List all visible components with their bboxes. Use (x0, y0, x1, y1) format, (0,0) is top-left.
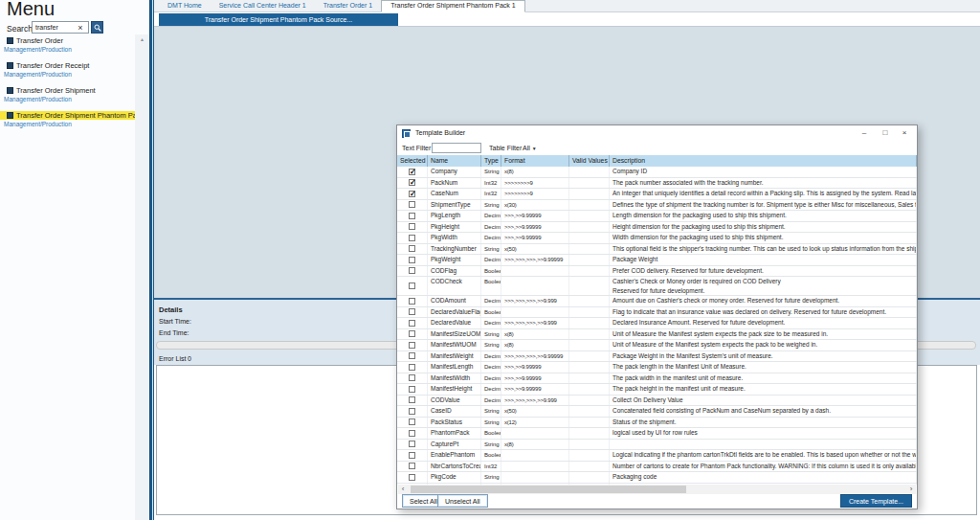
table-row[interactable]: ManifestSizeUOMStringx(8)Unit of Measure… (397, 329, 917, 341)
checkbox-unchecked-icon[interactable] (409, 396, 415, 403)
table-row[interactable]: PkgWeightDecimal>>>,>>>,>>>,>>9.99999Pac… (397, 255, 917, 266)
column-header-selected[interactable]: Selected (397, 155, 428, 167)
format-cell: >>>,>>>,>>>,>>9.999 (501, 296, 569, 306)
table-row[interactable]: ManifestWtUOMStringx(8)Unit of Measure o… (397, 340, 917, 351)
checkbox-unchecked-icon[interactable] (409, 223, 415, 230)
table-row[interactable]: ManifestLengthDecimal>>>,>>9.99999The pa… (397, 362, 917, 373)
clear-search-icon[interactable]: × (75, 23, 86, 33)
menu-item-category: Management/Production (0, 121, 135, 127)
table-row[interactable]: CODFlagBooleanPrefer COD delivery. Reser… (397, 266, 917, 278)
subtab-source-button[interactable]: Transfer Order Shipment Phantom Pack Sou… (159, 13, 398, 26)
search-input[interactable] (33, 24, 75, 31)
menu-item-row: Transfer Order Shipment (0, 86, 135, 95)
table-row[interactable]: CaseIDStringx(50)Concatenated field cons… (397, 406, 917, 418)
checkbox-checked-icon[interactable]: ✓ (409, 169, 415, 175)
checkbox-unchecked-icon[interactable] (409, 308, 415, 315)
table-row[interactable]: PkgLengthDecimal>>>,>>9.99999Length dime… (397, 211, 917, 222)
checkbox-unchecked-icon[interactable] (409, 267, 415, 274)
table-row[interactable]: ✓PackNumInt32>>>>>>>>9The pack number as… (397, 178, 917, 190)
column-header-format[interactable]: Format (501, 155, 569, 167)
checkbox-unchecked-icon[interactable] (409, 342, 415, 349)
column-header-valid-values[interactable]: Valid Values (569, 155, 610, 167)
column-header-description[interactable]: Description (610, 155, 917, 167)
type-cell: String (481, 340, 501, 350)
checkbox-unchecked-icon[interactable] (409, 441, 415, 447)
column-header-name[interactable]: Name (428, 155, 481, 167)
checkbox-checked-icon[interactable]: ✓ (409, 191, 415, 197)
table-row[interactable]: PkgWidthDecimal>>>,>>9.99999Width dimens… (397, 233, 917, 244)
format-cell: x(8) (501, 329, 569, 340)
checkbox-unchecked-icon[interactable] (409, 418, 415, 425)
table-row[interactable]: ManifestHeightDecimal>>>,>>9.99999The pa… (397, 384, 917, 396)
checkbox-unchecked-icon[interactable] (409, 283, 415, 289)
table-row[interactable]: CapturePtStringx(8) (397, 440, 917, 451)
table-row[interactable]: PkgHeightDecimal>>>,>>9.99999Height dime… (397, 222, 917, 234)
search-button[interactable] (91, 21, 103, 34)
table-row[interactable]: ✓CompanyStringx(8)Company ID (397, 167, 917, 178)
checkbox-unchecked-icon[interactable] (409, 374, 415, 381)
table-row[interactable]: CODAmountDecimal>>>,>>>,>>>,>>9.999Amoun… (397, 296, 917, 307)
table-row[interactable]: PhantomPackBooleanlogical used by UI for… (397, 428, 917, 440)
table-row[interactable]: NbrCartonsToCreateInt32Number of cartons… (397, 462, 917, 473)
checkbox-unchecked-icon[interactable] (409, 463, 415, 469)
close-icon[interactable]: × (898, 127, 911, 139)
text-filter-input[interactable] (432, 143, 481, 153)
checkbox-unchecked-icon[interactable] (409, 474, 415, 481)
table-row[interactable]: DeclaredValueDecimal>>>,>>>,>>>,>>9.999D… (397, 318, 917, 329)
scroll-up-icon[interactable]: ▲ (135, 36, 149, 42)
checkbox-unchecked-icon[interactable] (409, 386, 415, 393)
tab-transfer-order-shipment-phantom-pack-1[interactable]: Transfer Order Shipment Phantom Pack 1 (381, 0, 524, 12)
table-row[interactable]: TrackingNumberStringx(50)This optional f… (397, 244, 917, 256)
checkbox-unchecked-icon[interactable] (409, 330, 415, 337)
table-row[interactable]: ShipmentTypeStringx(30)Defines the type … (397, 200, 917, 212)
unselect-all-button[interactable]: Unselect All (437, 494, 488, 508)
tab-service-call-center-header-1[interactable]: Service Call Center Header 1 (211, 0, 315, 11)
column-header-type[interactable]: Type (481, 155, 501, 167)
table-row[interactable]: ManifestWeightDecimal>>>,>>>,>>>,>>9.999… (397, 351, 917, 363)
checkbox-unchecked-icon[interactable] (409, 408, 415, 415)
dialog-titlebar[interactable]: Template Builder – □ × (397, 125, 917, 142)
table-row[interactable]: PkgCodeStringPackaging code (397, 472, 917, 484)
tab-strip: DMT Home Service Call Center Header 1 Tr… (154, 0, 980, 12)
table-row[interactable]: ManifestWidthDecimal>>>,>>9.99999The pac… (397, 373, 917, 385)
checkbox-unchecked-icon[interactable] (409, 364, 415, 371)
sidebar-item-transfer-order[interactable]: Transfer Order Management/Production (0, 36, 135, 53)
sidebar-scrollbar[interactable]: ▲ (135, 34, 149, 520)
checkbox-unchecked-icon[interactable] (409, 257, 415, 263)
scroll-left-icon[interactable]: ‹ (398, 485, 408, 494)
checkbox-unchecked-icon[interactable] (409, 320, 415, 327)
sidebar-item-transfer-order-shipment-phantom-pack[interactable]: Transfer Order Shipment Phantom Pack Man… (0, 111, 135, 127)
table-row[interactable]: CODCheckBooleanCashier's Check or Money … (397, 277, 917, 296)
checkbox-unchecked-icon[interactable] (409, 213, 415, 219)
checkbox-unchecked-icon[interactable] (409, 352, 415, 359)
checkbox-unchecked-icon[interactable] (409, 430, 415, 437)
table-row[interactable]: ✓CaseNumInt32>>>>>>>>9An integer that un… (397, 189, 917, 200)
table-row[interactable]: CODValueDecimal>>>,>>>,>>>,>>9.999Collec… (397, 396, 917, 407)
checkbox-unchecked-icon[interactable] (409, 245, 415, 252)
scroll-right-icon[interactable]: › (906, 485, 916, 494)
checkbox-unchecked-icon[interactable] (409, 235, 415, 241)
table-row[interactable]: DeclaredValueFlagBooleanFlag to indicate… (397, 307, 917, 319)
table-header: Selected Name Type Format Valid Values D… (397, 155, 917, 167)
checkbox-checked-icon[interactable]: ✓ (409, 179, 415, 186)
name-cell: TrackingNumber (428, 244, 481, 255)
minimize-icon[interactable]: – (858, 127, 871, 139)
dialog-horizontal-scrollbar[interactable]: ‹ › (398, 485, 916, 494)
create-template-button[interactable]: Create Template... (840, 494, 912, 508)
tab-transfer-order-1[interactable]: Transfer Order 1 (315, 0, 381, 11)
tab-dmt-home[interactable]: DMT Home (159, 0, 211, 11)
checkbox-unchecked-icon[interactable] (409, 298, 415, 305)
checkbox-unchecked-icon[interactable] (409, 452, 415, 459)
table-row[interactable]: EnablePhantomBooleanLogical indicating i… (397, 450, 917, 462)
table-row[interactable]: PackStatusStringx(12)Status of the shipm… (397, 418, 917, 429)
scrollbar-thumb[interactable] (411, 486, 686, 493)
description-line: Cashier's Check or Money order is requir… (612, 277, 916, 286)
menu-item-row-highlighted: Transfer Order Shipment Phantom Pack (0, 111, 147, 120)
table-filter-dropdown[interactable]: All ▼ (523, 145, 537, 151)
maximize-icon[interactable]: □ (879, 127, 892, 139)
valid-values-cell (569, 384, 610, 395)
description-cell: Flag to indicate that an insurance value… (610, 307, 917, 318)
sidebar-item-transfer-order-shipment[interactable]: Transfer Order Shipment Management/Produ… (0, 86, 135, 102)
checkbox-unchecked-icon[interactable] (409, 201, 415, 208)
sidebar-item-transfer-order-receipt[interactable]: Transfer Order Receipt Management/Produc… (0, 61, 135, 78)
